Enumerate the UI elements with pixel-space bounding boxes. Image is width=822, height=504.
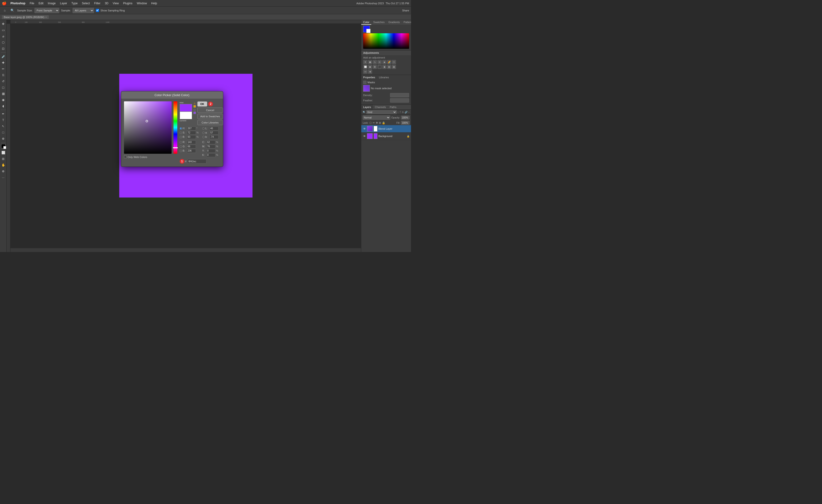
filter-icon-3[interactable]: ⚙ <box>402 111 404 113</box>
text-tool[interactable]: T <box>0 117 6 123</box>
fg-color-swatch[interactable] <box>363 26 370 32</box>
a-radio[interactable] <box>202 132 205 134</box>
eyedropper-tool[interactable]: 💉 <box>0 54 6 59</box>
filter-icon-4[interactable]: 🔗 <box>405 111 407 113</box>
frame-tool[interactable]: ⊞ <box>0 156 6 161</box>
current-color-swatch[interactable] <box>180 112 192 119</box>
marquee-tool[interactable]: ▭ <box>0 27 6 33</box>
menu-view[interactable]: View <box>111 1 121 5</box>
filter-icon-1[interactable]: □ <box>397 111 399 113</box>
path-select-tool[interactable]: ↖ <box>0 123 6 129</box>
h-input[interactable] <box>187 127 196 130</box>
color-lookup-icon[interactable]: ⬛ <box>377 65 382 69</box>
menu-window[interactable]: Window <box>135 1 149 5</box>
tab-properties[interactable]: Properties <box>361 75 377 80</box>
l-input[interactable] <box>210 127 219 130</box>
g-radio[interactable] <box>180 145 182 148</box>
zoom-in-tool[interactable]: ⊕ <box>0 168 6 174</box>
vibrance-icon[interactable]: ◈ <box>382 60 387 64</box>
r-radio[interactable] <box>180 141 182 143</box>
hsl-icon[interactable]: 🌈 <box>387 60 391 64</box>
exposure-icon[interactable]: ⊙ <box>377 60 382 64</box>
photo-filter-icon[interactable]: ◉ <box>368 65 372 69</box>
menu-filter[interactable]: Filter <box>92 1 102 5</box>
tab-close-icon[interactable]: × <box>45 16 47 19</box>
add-to-swatches-button[interactable]: Add to Swatches <box>197 114 223 119</box>
filter-toggle[interactable]: ○ <box>408 111 410 113</box>
layer-filter-select[interactable]: Kind <box>366 110 397 114</box>
menu-layer[interactable]: Layer <box>58 1 69 5</box>
b2-radio[interactable] <box>202 136 205 138</box>
web-safe-swatch[interactable] <box>193 112 196 114</box>
g-input[interactable] <box>187 145 196 148</box>
sample-value-select[interactable]: All Layers Current Layer <box>73 8 94 13</box>
clone-stamp-tool[interactable]: ⎘ <box>0 72 6 78</box>
web-colors-checkbox[interactable] <box>124 156 127 158</box>
color-balance-icon[interactable]: ⬡ <box>392 60 396 64</box>
tab-patterns[interactable]: Patterns <box>402 20 411 25</box>
selective-color-icon[interactable]: ◈ <box>368 69 372 74</box>
sample-size-select[interactable]: Point Sample 3 by 3 Average 5 by 5 Avera… <box>34 8 59 13</box>
r-input[interactable] <box>187 140 196 144</box>
layer-1-visibility-icon[interactable]: 👁 <box>363 134 366 138</box>
menu-plugins[interactable]: Plugins <box>121 1 134 5</box>
s-radio[interactable] <box>180 132 182 134</box>
b-radio[interactable] <box>180 136 182 138</box>
filter-icon-2[interactable]: T <box>400 111 401 113</box>
blur-tool[interactable]: ◉ <box>0 97 6 102</box>
show-sampling-ring-label[interactable]: Show Sampling Ring <box>96 9 125 12</box>
quick-mask-tool[interactable]: ⬜ <box>0 150 6 155</box>
menu-3d[interactable]: 3D <box>103 1 110 5</box>
cancel-button[interactable]: Cancel <box>197 107 223 113</box>
hex-input[interactable] <box>187 159 206 163</box>
c-input[interactable] <box>206 140 216 144</box>
b3-input[interactable] <box>187 149 196 153</box>
lock-position-icon[interactable]: ✥ <box>376 121 378 124</box>
tab-color[interactable]: Color <box>361 20 371 25</box>
y-input[interactable] <box>206 149 216 153</box>
menu-type[interactable]: Type <box>69 1 79 5</box>
history-brush-tool[interactable]: ↺ <box>0 78 6 84</box>
layer-0-visibility-icon[interactable]: 👁 <box>363 127 366 130</box>
menu-photoshop[interactable]: Photoshop <box>9 1 27 5</box>
tab-libraries[interactable]: Libraries <box>377 75 391 80</box>
k-input[interactable] <box>206 153 216 157</box>
lock-all-icon[interactable]: 🔒 <box>382 121 385 124</box>
color-gradient[interactable] <box>363 33 409 49</box>
l-radio[interactable] <box>202 127 205 130</box>
more-tools[interactable]: ··· <box>0 174 6 180</box>
layer-item-0[interactable]: 👁 Blend Layer <box>361 125 411 132</box>
show-sampling-ring-checkbox[interactable] <box>96 9 99 12</box>
shape-tool[interactable]: □ <box>0 129 6 135</box>
menu-image[interactable]: Image <box>46 1 58 5</box>
bw-icon[interactable]: ⬜ <box>363 65 367 69</box>
b3-radio[interactable] <box>180 150 182 152</box>
h-radio[interactable] <box>180 127 182 130</box>
menu-file[interactable]: File <box>28 1 36 5</box>
threshold-icon[interactable]: ▧ <box>392 65 396 69</box>
color-libraries-button[interactable]: Color Libraries <box>197 120 223 125</box>
ok-button[interactable]: OK <box>197 101 208 107</box>
channel-mixer-icon[interactable]: ⊞ <box>373 65 377 69</box>
b2-input[interactable] <box>210 135 219 139</box>
healing-brush-tool[interactable]: ✚ <box>0 60 6 65</box>
document-tab[interactable]: Base layer.jpeg @ 100% (RGB/8#) × <box>2 15 49 19</box>
lasso-tool[interactable]: ⌀ <box>0 33 6 39</box>
share-button[interactable]: Share <box>402 9 409 12</box>
gamut-swatch[interactable] <box>193 105 196 107</box>
tab-paths[interactable]: Paths <box>388 105 398 109</box>
apple-icon[interactable]: 🍎 <box>2 1 7 5</box>
a-input[interactable] <box>210 131 219 135</box>
tab-layers[interactable]: Layers <box>361 105 373 109</box>
lock-transparent-icon[interactable]: ⬡ <box>369 121 372 124</box>
move-tool[interactable]: ✥ <box>0 21 6 27</box>
hand-tool[interactable]: ✋ <box>0 162 6 168</box>
s-input[interactable] <box>187 131 196 135</box>
curves-icon[interactable]: ∿ <box>373 60 377 64</box>
tab-swatches[interactable]: Swatches <box>371 20 387 25</box>
pen-tool[interactable]: ✒ <box>0 111 6 117</box>
tab-gradients[interactable]: Gradients <box>387 20 402 25</box>
lock-pixels-icon[interactable]: ✏ <box>373 121 375 124</box>
gradient-map-icon[interactable]: ▭ <box>363 69 367 74</box>
gradient-tool[interactable]: ▦ <box>0 91 6 96</box>
